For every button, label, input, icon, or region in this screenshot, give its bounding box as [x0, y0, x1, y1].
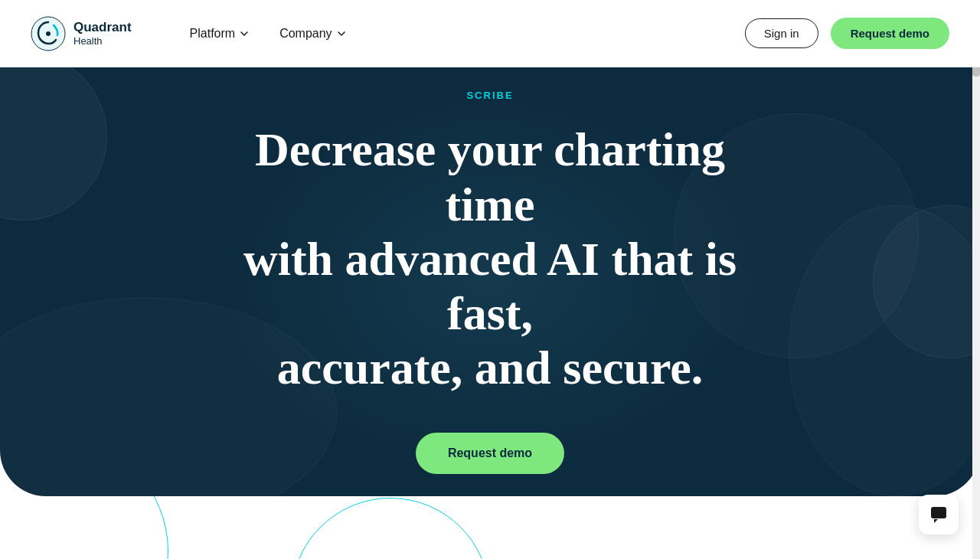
sign-in-button[interactable]: Sign in — [745, 18, 818, 48]
deco-arc-bottom-center — [291, 498, 490, 559]
nav-actions: Sign in Request demo — [745, 18, 949, 49]
logo-text: Quadrant Health — [74, 20, 132, 47]
request-demo-button-nav[interactable]: Request demo — [831, 18, 949, 49]
nav-company[interactable]: Company — [267, 21, 358, 47]
scrollbar[interactable] — [972, 0, 980, 559]
below-hero — [0, 496, 980, 559]
hero-section: SCRIBE Decrease your charting time with … — [0, 67, 980, 496]
brand-name: Quadrant — [74, 20, 132, 35]
chat-icon — [930, 506, 947, 523]
hero-headline: Decrease your charting time with advance… — [230, 123, 750, 395]
nav-links: Platform Company — [178, 21, 358, 47]
deco-arc-bottom-left — [0, 496, 168, 559]
logo-icon — [31, 16, 66, 51]
deco-circle-top-left — [0, 67, 107, 221]
chevron-down-icon-2 — [337, 29, 346, 38]
request-demo-button-hero[interactable]: Request demo — [416, 433, 564, 474]
brand-sub: Health — [74, 35, 132, 47]
navbar: Quadrant Health Platform Company Sign in… — [0, 0, 980, 67]
nav-platform[interactable]: Platform — [178, 21, 262, 47]
chevron-down-icon — [240, 29, 249, 38]
svg-rect-2 — [931, 507, 946, 518]
svg-point-1 — [46, 31, 51, 36]
scribe-label: SCRIBE — [466, 90, 513, 101]
company-label: Company — [279, 27, 332, 41]
chat-button[interactable] — [919, 495, 959, 534]
hero-content: SCRIBE Decrease your charting time with … — [199, 90, 781, 473]
platform-label: Platform — [190, 27, 236, 41]
logo[interactable]: Quadrant Health — [31, 16, 132, 51]
